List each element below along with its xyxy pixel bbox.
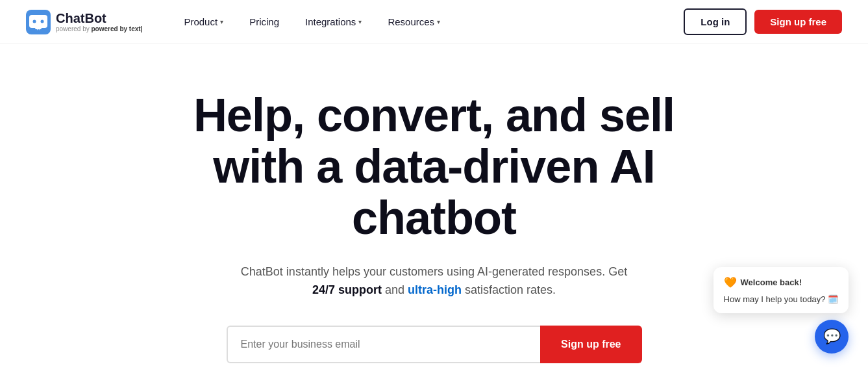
hero-subtitle-text3: and <box>382 283 408 296</box>
logo-powered: powered by powered by text| <box>56 25 142 32</box>
chat-icon: 💬 <box>823 328 841 345</box>
svg-point-6 <box>37 29 40 32</box>
nav-item-resources[interactable]: Resources ▾ <box>377 11 451 32</box>
svg-point-3 <box>41 19 44 23</box>
chat-open-button[interactable]: 💬 <box>815 320 849 354</box>
chat-bubble: 🧡 Welcome back! How may I help you today… <box>713 267 849 314</box>
logo-name: ChatBot <box>56 11 142 25</box>
chat-bubble-header: 🧡 Welcome back! <box>724 275 838 290</box>
hero-title-line2: with a data-driven AI chatbot <box>213 140 654 244</box>
hero-subtitle: ChatBot instantly helps your customers u… <box>233 263 636 300</box>
logo-text: ChatBot powered by powered by text| <box>56 11 142 32</box>
hero-title: Help, convert, and sell with a data-driv… <box>155 90 713 244</box>
svg-point-2 <box>33 19 36 23</box>
chatbot-logo-icon <box>26 10 51 34</box>
hero-subtitle-text4: satisfaction rates. <box>462 283 556 296</box>
chat-welcome: Welcome back! <box>741 276 802 289</box>
logo-textai: powered by text| <box>91 25 142 32</box>
signup-button-nav[interactable]: Sign up free <box>754 10 842 34</box>
signup-button-form[interactable]: Sign up free <box>540 326 641 363</box>
chevron-down-icon: ▾ <box>220 18 223 25</box>
hero-title-line1: Help, convert, and sell <box>193 89 675 141</box>
chevron-down-icon: ▾ <box>358 18 362 25</box>
hero-subtitle-highlight: ultra-high <box>408 283 462 296</box>
chat-help-text: How may I help you today? 🗓️ <box>724 294 838 304</box>
hero-subtitle-bold: 24/7 support <box>312 283 382 296</box>
svg-rect-1 <box>29 15 47 28</box>
nav-actions: Log in Sign up free <box>684 8 842 35</box>
hero-subtitle-text1: ChatBot instantly helps your customers u… <box>241 265 627 278</box>
nav-item-pricing[interactable]: Pricing <box>239 11 290 32</box>
chat-avatar: 🧡 <box>724 275 737 290</box>
logo[interactable]: ChatBot powered by powered by text| <box>26 10 142 34</box>
nav-item-integrations[interactable]: Integrations ▾ <box>295 11 372 32</box>
chevron-down-icon: ▾ <box>437 18 440 25</box>
chat-widget: 🧡 Welcome back! How may I help you today… <box>713 267 849 354</box>
nav-item-product[interactable]: Product ▾ <box>173 11 234 32</box>
email-form: Sign up free <box>227 326 642 363</box>
nav-links: Product ▾ Pricing Integrations ▾ Resourc… <box>173 11 684 32</box>
navbar: ChatBot powered by powered by text| Prod… <box>0 0 868 44</box>
email-input[interactable] <box>227 326 541 363</box>
login-button[interactable]: Log in <box>684 8 747 35</box>
